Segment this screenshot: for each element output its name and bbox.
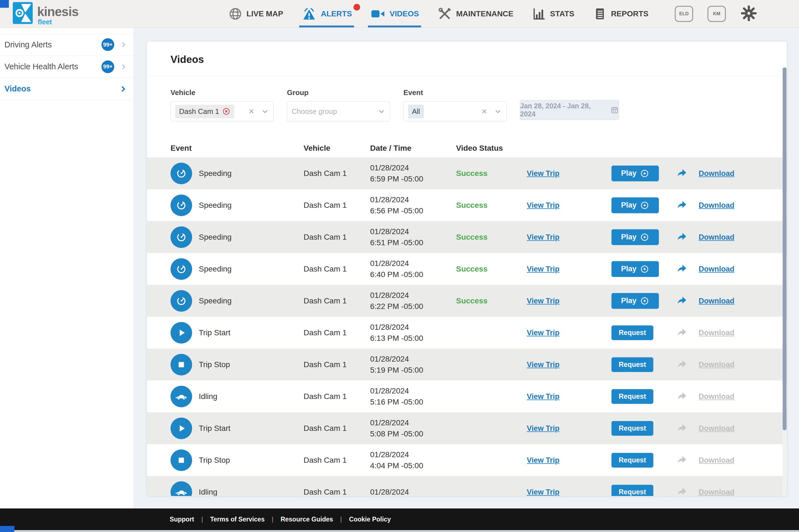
view-trip-link[interactable]: View Trip [527,265,559,273]
vehicle-cell: Dash Cam 1 [303,424,370,433]
nav-stats[interactable]: STATS [532,0,574,27]
play-button[interactable]: Play [611,261,659,277]
tools-icon [437,6,452,21]
table-row: Speeding Dash Cam 1 01/28/2024 6:40 PM -… [147,253,787,285]
nav-maintenance[interactable]: MAINTENANCE [437,0,514,27]
event-label: Speeding [199,297,231,305]
vehicle-chip: Dash Cam 1 [175,105,234,118]
chevron-right-icon [119,40,128,49]
share-icon[interactable] [675,231,699,243]
footer-separator: | [272,516,273,523]
play-button[interactable]: Play [611,293,659,309]
share-icon[interactable] [675,295,699,307]
chevron-down-icon[interactable] [494,108,502,115]
brand-logo[interactable]: kinesis fleet [13,2,78,25]
footer-link-support[interactable]: Support [170,516,194,523]
chevron-down-icon[interactable] [377,108,385,115]
date-text: 01/28/2024 [370,226,456,237]
corner-artifact [0,526,14,532]
view-trip-link[interactable]: View Trip [527,233,559,241]
date-text: 01/28/2024 [370,163,456,173]
time-text: 6:59 PM -05:00 [370,173,456,184]
request-button[interactable]: Request [611,389,653,404]
view-trip-link[interactable]: View Trip [527,424,559,433]
view-trip-link[interactable]: View Trip [527,297,559,305]
sidebar-item-vehicle-health-alerts[interactable]: Vehicle Health Alerts 99+ [0,56,134,78]
view-trip-link[interactable]: View Trip [527,392,559,401]
footer-link-cookie-policy[interactable]: Cookie Policy [349,516,391,523]
footer-link-resource-guides[interactable]: Resource Guides [281,516,333,523]
request-button[interactable]: Request [611,484,653,496]
nav-right-cluster: ELD KM [675,5,757,23]
vehicle-cell: Dash Cam 1 [303,265,370,273]
nav-live-map[interactable]: LIVE MAP [228,0,283,27]
time-text: 6:40 PM -05:00 [370,269,456,280]
view-trip-link[interactable]: View Trip [527,456,559,464]
request-button[interactable]: Request [611,325,653,340]
vehicle-cell: Dash Cam 1 [303,297,370,305]
share-icon [675,454,699,466]
share-icon[interactable] [675,263,699,275]
download-link[interactable]: Download [699,233,735,241]
view-trip-link[interactable]: View Trip [527,169,559,177]
play-button[interactable]: Play [611,197,659,213]
group-select[interactable]: Choose group [287,101,390,121]
download-link[interactable]: Download [699,201,735,209]
event-icon [170,194,192,216]
eld-button[interactable]: ELD [675,6,693,22]
time-text: 6:22 PM -05:00 [370,301,456,312]
view-trip-link[interactable]: View Trip [527,360,559,369]
km-button[interactable]: KM [707,6,726,22]
table-row: Idling Dash Cam 1 01/28/2024 5:16 PM -05… [147,380,787,412]
play-button[interactable]: Play [611,166,659,182]
speedometer-icon [175,263,188,276]
vehicle-cell: Dash Cam 1 [303,201,370,210]
view-trip-link[interactable]: View Trip [527,488,559,496]
download-link[interactable]: Download [699,169,735,177]
remove-chip-icon[interactable] [222,107,230,116]
nav-reports[interactable]: REPORTS [593,0,648,27]
nav-alerts[interactable]: ALERTS [301,0,352,27]
play-button[interactable]: Play [611,229,659,245]
request-button[interactable]: Request [611,453,653,468]
table-body: Speeding Dash Cam 1 01/28/2024 6:59 PM -… [147,157,787,496]
page-title: Videos [170,54,787,65]
table-row: Speeding Dash Cam 1 01/28/2024 6:56 PM -… [147,189,787,221]
status-badge: Success [456,169,527,178]
view-trip-link[interactable]: View Trip [527,329,559,337]
request-button[interactable]: Request [611,357,653,372]
scrollbar-thumb[interactable] [783,67,786,430]
sidebar-item-videos[interactable]: Videos [0,78,134,100]
chevron-down-icon[interactable] [261,108,269,115]
vehicle-select[interactable]: Dash Cam 1 [170,101,274,121]
event-select[interactable]: All [403,101,506,121]
view-trip-link[interactable]: View Trip [527,201,559,209]
calendar-icon [611,106,619,114]
nav-label: ALERTS [321,10,352,18]
footer-link-terms[interactable]: Terms of Services [210,516,264,523]
request-button[interactable]: Request [611,421,653,436]
download-link: Download [699,329,735,337]
table-row: Trip Stop Dash Cam 1 01/28/2024 5:19 PM … [147,348,787,380]
download-link[interactable]: Download [699,297,735,305]
download-link[interactable]: Download [699,265,735,273]
date-range-picker[interactable]: Jan 28, 2024 - Jan 28, 2024 [520,100,619,120]
action-button-label: Request [619,360,646,368]
alerts-notification-dot [353,4,360,11]
status-badge: Success [456,201,527,210]
nav-videos[interactable]: VIDEOS [370,0,419,27]
report-document-icon [593,7,607,21]
brand-subtitle: fleet [38,19,78,25]
share-icon[interactable] [675,168,699,179]
stop-square-icon [175,454,188,467]
vehicle-cell: Dash Cam 1 [303,488,370,496]
settings-gear-icon[interactable] [740,5,757,23]
sidebar-item-driving-alerts[interactable]: Driving Alerts 99+ [0,34,134,56]
clear-icon[interactable] [481,108,488,115]
share-icon[interactable] [675,200,699,211]
sidebar-item-label: Driving Alerts [4,40,52,49]
event-icon [170,290,192,312]
nav-label: STATS [550,10,574,18]
event-label: Idling [199,488,217,496]
clear-icon[interactable] [248,108,255,115]
